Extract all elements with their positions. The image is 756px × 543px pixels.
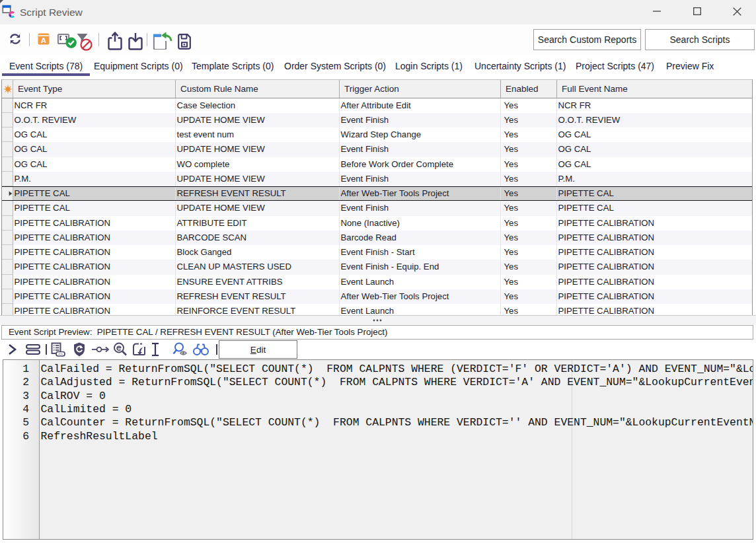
svg-text:<>: <> bbox=[58, 352, 63, 356]
svg-text:A: A bbox=[41, 36, 46, 44]
